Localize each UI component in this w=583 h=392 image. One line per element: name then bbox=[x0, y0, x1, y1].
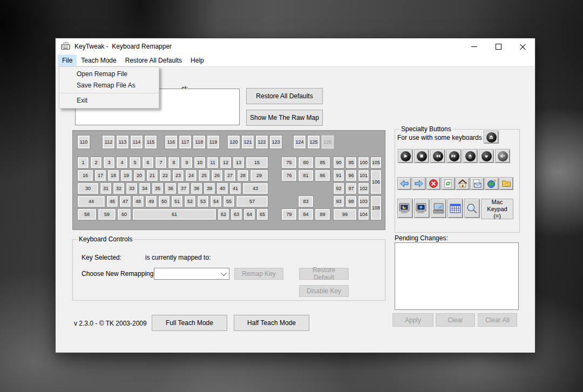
key-50[interactable]: 50 bbox=[158, 195, 170, 207]
key-59[interactable]: 59 bbox=[98, 208, 116, 220]
key-26[interactable]: 26 bbox=[211, 170, 223, 181]
play-button[interactable] bbox=[398, 149, 413, 163]
key-32[interactable]: 32 bbox=[113, 183, 125, 194]
volume-up-button[interactable] bbox=[463, 149, 478, 163]
minimize-button[interactable] bbox=[462, 38, 486, 55]
full-teach-mode-button[interactable]: Full Teach Mode bbox=[152, 315, 227, 331]
key-120[interactable]: 120 bbox=[227, 135, 240, 149]
calculator-button[interactable] bbox=[448, 199, 463, 218]
show-raw-map-button[interactable]: Show Me The Raw Map bbox=[246, 110, 323, 126]
close-button[interactable] bbox=[511, 38, 535, 55]
key-65[interactable]: 65 bbox=[256, 208, 268, 220]
key-44[interactable]: 44 bbox=[77, 195, 105, 207]
key-89[interactable]: 89 bbox=[315, 208, 330, 220]
key-119[interactable]: 119 bbox=[207, 135, 220, 149]
key-76[interactable]: 76 bbox=[281, 170, 297, 181]
key-106[interactable]: 106 bbox=[370, 170, 382, 194]
menu-teach-mode[interactable]: Teach Mode bbox=[77, 55, 120, 66]
key-46[interactable]: 46 bbox=[106, 195, 118, 207]
key-54[interactable]: 54 bbox=[210, 195, 222, 207]
stop-browser-button[interactable] bbox=[426, 177, 440, 190]
key-121[interactable]: 121 bbox=[241, 135, 254, 149]
key-39[interactable]: 39 bbox=[204, 183, 215, 194]
key-9[interactable]: 9 bbox=[181, 157, 193, 168]
key-112[interactable]: 112 bbox=[102, 135, 115, 149]
key-92[interactable]: 92 bbox=[333, 183, 344, 194]
key-79[interactable]: 79 bbox=[281, 208, 297, 220]
key-122[interactable]: 122 bbox=[255, 135, 268, 149]
key-90[interactable]: 90 bbox=[333, 157, 344, 168]
key-85[interactable]: 85 bbox=[315, 157, 330, 168]
key-83[interactable]: 83 bbox=[298, 195, 314, 207]
key-102[interactable]: 102 bbox=[358, 183, 369, 194]
key-103[interactable]: 103 bbox=[358, 195, 369, 207]
my-computer-button[interactable] bbox=[431, 199, 446, 218]
home-button[interactable] bbox=[456, 177, 470, 190]
remapping-combobox[interactable] bbox=[154, 268, 229, 280]
key-22[interactable]: 22 bbox=[159, 170, 171, 181]
key-93[interactable]: 93 bbox=[333, 195, 344, 207]
key-34[interactable]: 34 bbox=[139, 183, 151, 194]
key-48[interactable]: 48 bbox=[132, 195, 144, 207]
key-61[interactable]: 61 bbox=[132, 208, 216, 220]
key-63[interactable]: 63 bbox=[231, 208, 242, 220]
key-96[interactable]: 96 bbox=[345, 170, 357, 181]
wake-button[interactable] bbox=[414, 199, 430, 218]
key-40[interactable]: 40 bbox=[216, 183, 228, 194]
remap-key-button[interactable]: Remap Key bbox=[234, 268, 283, 280]
key-12[interactable]: 12 bbox=[220, 157, 232, 168]
key-51[interactable]: 51 bbox=[171, 195, 183, 207]
key-5[interactable]: 5 bbox=[129, 157, 141, 168]
key-8[interactable]: 8 bbox=[168, 157, 180, 168]
key-11[interactable]: 11 bbox=[207, 157, 219, 168]
key-108[interactable]: 108 bbox=[370, 195, 382, 220]
refresh-button[interactable] bbox=[441, 177, 455, 190]
key-4[interactable]: 4 bbox=[116, 157, 128, 168]
key-15[interactable]: 15 bbox=[246, 157, 268, 168]
key-75[interactable]: 75 bbox=[281, 157, 297, 168]
key-124[interactable]: 124 bbox=[293, 135, 306, 149]
key-23[interactable]: 23 bbox=[172, 170, 184, 181]
key-19[interactable]: 19 bbox=[120, 170, 132, 181]
key-60[interactable]: 60 bbox=[117, 208, 131, 220]
key-80[interactable]: 80 bbox=[298, 157, 314, 168]
key-13[interactable]: 13 bbox=[233, 157, 245, 168]
title-bar[interactable]: KeyTweak - Keyboard Remapper bbox=[56, 38, 535, 55]
key-7[interactable]: 7 bbox=[155, 157, 167, 168]
rewind-button[interactable] bbox=[430, 149, 445, 163]
key-41[interactable]: 41 bbox=[229, 183, 241, 194]
key-117[interactable]: 117 bbox=[179, 135, 192, 149]
key-100[interactable]: 100 bbox=[358, 157, 369, 168]
clear-all-button[interactable]: Clear All bbox=[478, 313, 517, 327]
key-53[interactable]: 53 bbox=[197, 195, 209, 207]
key-21[interactable]: 21 bbox=[146, 170, 158, 181]
web-button[interactable] bbox=[485, 177, 499, 190]
key-91[interactable]: 91 bbox=[333, 170, 344, 181]
sleep-button[interactable] bbox=[397, 199, 413, 218]
forward-button[interactable] bbox=[412, 177, 426, 190]
key-115[interactable]: 115 bbox=[144, 135, 157, 149]
key-125[interactable]: 125 bbox=[307, 135, 320, 149]
key-99[interactable]: 99 bbox=[333, 208, 357, 220]
mac-keypad-button[interactable]: Mac Keypad (=) bbox=[481, 199, 513, 219]
key-6[interactable]: 6 bbox=[142, 157, 154, 168]
key-17[interactable]: 17 bbox=[94, 170, 106, 181]
menu-file[interactable]: File bbox=[58, 55, 77, 66]
eject-button[interactable] bbox=[484, 131, 499, 144]
key-27[interactable]: 27 bbox=[224, 170, 236, 181]
key-118[interactable]: 118 bbox=[193, 135, 206, 149]
key-123[interactable]: 123 bbox=[269, 135, 282, 149]
back-button[interactable] bbox=[397, 177, 411, 190]
stop-button[interactable] bbox=[414, 149, 429, 163]
key-30[interactable]: 30 bbox=[77, 183, 99, 194]
pending-changes-listbox[interactable] bbox=[395, 242, 519, 310]
key-29[interactable]: 29 bbox=[250, 170, 268, 181]
key-33[interactable]: 33 bbox=[126, 183, 138, 194]
maximize-button[interactable] bbox=[486, 38, 511, 55]
search-button[interactable] bbox=[464, 199, 480, 218]
key-16[interactable]: 16 bbox=[77, 170, 93, 181]
key-58[interactable]: 58 bbox=[77, 208, 97, 220]
clear-button[interactable]: Clear bbox=[436, 313, 475, 327]
key-97[interactable]: 97 bbox=[345, 183, 357, 194]
key-62[interactable]: 62 bbox=[218, 208, 229, 220]
